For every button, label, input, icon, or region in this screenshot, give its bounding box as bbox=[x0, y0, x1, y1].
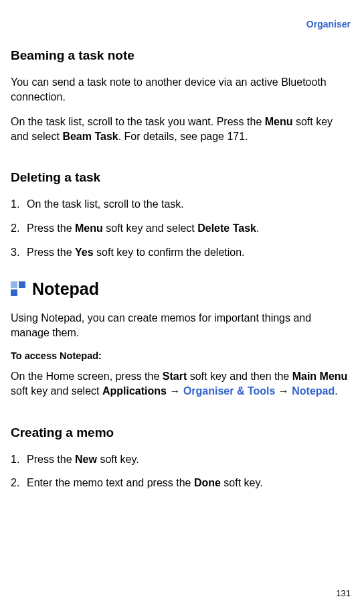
text: soft key and select bbox=[11, 385, 102, 397]
menu-notepad: Notepad bbox=[292, 385, 335, 397]
heading-notepad: Notepad bbox=[11, 279, 351, 299]
heading-creating-memo: Creating a memo bbox=[11, 425, 351, 440]
text: soft key. bbox=[221, 477, 263, 488]
step-number: 1. bbox=[11, 197, 27, 212]
action-beam-task: Beam Task bbox=[62, 131, 118, 142]
text: . bbox=[335, 385, 337, 397]
text: Press the bbox=[27, 222, 75, 234]
step-text: Press the New soft key. bbox=[27, 452, 351, 467]
text: soft key and then the bbox=[187, 370, 292, 382]
arrow-icon: → bbox=[167, 385, 183, 397]
softkey-menu: Menu bbox=[265, 116, 293, 127]
paragraph-notepad-intro: Using Notepad, you can create memos for … bbox=[11, 311, 351, 340]
softkey-yes: Yes bbox=[75, 247, 94, 258]
menu-organiser-tools: Organiser & Tools bbox=[183, 385, 276, 397]
menu-applications: Applications bbox=[102, 385, 167, 397]
text: soft key to confirm the deletion. bbox=[94, 247, 245, 258]
svg-rect-2 bbox=[11, 289, 17, 296]
step-2: 2. Enter the memo text and press the Don… bbox=[11, 476, 351, 490]
step-number: 2. bbox=[11, 476, 27, 490]
text: . bbox=[256, 222, 259, 234]
step-text: On the task list, scroll to the task. bbox=[27, 197, 351, 212]
step-text: Press the Yes soft key to confirm the de… bbox=[27, 245, 351, 260]
heading-notepad-text: Notepad bbox=[32, 279, 99, 299]
text: Enter the memo text and press the bbox=[27, 477, 194, 488]
heading-beaming-task-note: Beaming a task note bbox=[11, 48, 351, 63]
action-delete-task: Delete Task bbox=[197, 222, 256, 234]
step-number: 1. bbox=[11, 452, 27, 467]
paragraph-beam-instructions: On the task list, scroll to the task you… bbox=[11, 115, 351, 143]
softkey-done: Done bbox=[194, 477, 221, 488]
heading-deleting-task: Deleting a task bbox=[11, 170, 351, 185]
softkey-menu: Menu bbox=[75, 222, 103, 234]
softkey-new: New bbox=[75, 454, 97, 465]
text: . For details, see page 171. bbox=[118, 131, 248, 142]
svg-rect-1 bbox=[19, 281, 25, 288]
step-2: 2. Press the Menu soft key and select De… bbox=[11, 221, 351, 236]
text: Press the bbox=[27, 247, 75, 258]
step-1: 1. On the task list, scroll to the task. bbox=[11, 197, 351, 212]
softkey-main-menu: Main Menu bbox=[292, 370, 348, 382]
text: On the task list, scroll to the task you… bbox=[11, 116, 265, 127]
header-chapter-label: Organiser bbox=[306, 19, 351, 29]
step-1: 1. Press the New soft key. bbox=[11, 452, 351, 467]
softkey-start: Start bbox=[163, 370, 187, 382]
paragraph-access-notepad: On the Home screen, press the Start soft… bbox=[11, 369, 351, 398]
step-number: 3. bbox=[11, 245, 27, 260]
step-number: 2. bbox=[11, 221, 27, 236]
page-number: 131 bbox=[336, 588, 351, 598]
text: Press the bbox=[27, 454, 75, 465]
paragraph-beam-intro: You can send a task note to another devi… bbox=[11, 75, 351, 104]
svg-rect-0 bbox=[11, 281, 17, 288]
step-text: Enter the memo text and press the Done s… bbox=[27, 476, 351, 490]
subheading-access-notepad: To access Notepad: bbox=[11, 350, 351, 361]
text: soft key and select bbox=[103, 222, 197, 234]
text: On the Home screen, press the bbox=[11, 370, 163, 382]
step-text: Press the Menu soft key and select Delet… bbox=[27, 221, 351, 236]
section-squares-icon bbox=[11, 281, 27, 297]
arrow-icon: → bbox=[275, 385, 292, 397]
step-3: 3. Press the Yes soft key to confirm the… bbox=[11, 245, 351, 260]
text: soft key. bbox=[97, 454, 139, 465]
